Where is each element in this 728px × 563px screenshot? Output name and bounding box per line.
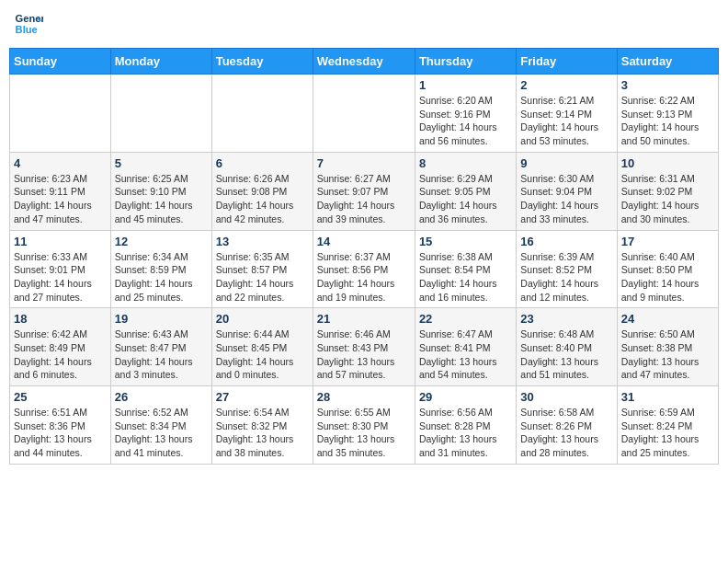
day-info: Sunrise: 6:44 AM Sunset: 8:45 PM Dayligh… [216,327,309,382]
day-number: 11 [14,235,107,248]
day-number: 8 [419,156,512,170]
day-info: Sunrise: 6:51 AM Sunset: 8:36 PM Dayligh… [14,406,107,460]
calendar: SundayMondayTuesdayWednesdayThursdayFrid… [9,48,719,465]
calendar-cell: 6Sunrise: 6:26 AM Sunset: 9:08 PM Daylig… [211,152,313,230]
week-row-5: 25Sunrise: 6:51 AM Sunset: 8:36 PM Dayli… [10,386,719,465]
day-number: 21 [317,312,411,326]
calendar-cell: 9Sunrise: 6:30 AM Sunset: 9:04 PM Daylig… [517,152,617,230]
weekday-header-row: SundayMondayTuesdayWednesdayThursdayFrid… [10,49,719,75]
day-number: 28 [317,390,411,404]
day-number: 17 [621,235,714,248]
day-number: 1 [419,78,512,92]
day-number: 31 [621,390,714,404]
day-number: 19 [115,312,208,326]
day-info: Sunrise: 6:58 AM Sunset: 8:26 PM Dayligh… [520,406,612,460]
day-info: Sunrise: 6:47 AM Sunset: 8:41 PM Dayligh… [419,327,512,382]
calendar-cell: 16Sunrise: 6:39 AM Sunset: 8:52 PM Dayli… [517,230,617,308]
day-number: 14 [317,235,411,248]
day-info: Sunrise: 6:22 AM Sunset: 9:13 PM Dayligh… [621,94,714,148]
calendar-cell: 8Sunrise: 6:29 AM Sunset: 9:05 PM Daylig… [415,152,516,230]
day-info: Sunrise: 6:40 AM Sunset: 8:50 PM Dayligh… [621,250,714,304]
calendar-cell: 14Sunrise: 6:37 AM Sunset: 8:56 PM Dayli… [313,230,415,308]
calendar-cell: 15Sunrise: 6:38 AM Sunset: 8:54 PM Dayli… [415,230,516,308]
calendar-cell: 24Sunrise: 6:50 AM Sunset: 8:38 PM Dayli… [617,308,718,386]
calendar-cell: 5Sunrise: 6:25 AM Sunset: 9:10 PM Daylig… [110,152,211,230]
day-info: Sunrise: 6:21 AM Sunset: 9:14 PM Dayligh… [520,94,612,148]
day-number: 25 [14,390,107,404]
day-info: Sunrise: 6:46 AM Sunset: 8:43 PM Dayligh… [317,327,411,382]
day-info: Sunrise: 6:43 AM Sunset: 8:47 PM Dayligh… [115,327,208,382]
calendar-cell: 26Sunrise: 6:52 AM Sunset: 8:34 PM Dayli… [110,386,211,465]
calendar-cell: 18Sunrise: 6:42 AM Sunset: 8:49 PM Dayli… [10,308,111,386]
calendar-cell: 27Sunrise: 6:54 AM Sunset: 8:32 PM Dayli… [211,386,313,465]
day-info: Sunrise: 6:35 AM Sunset: 8:57 PM Dayligh… [216,250,309,304]
day-info: Sunrise: 6:48 AM Sunset: 8:40 PM Dayligh… [520,327,612,382]
weekday-header-monday: Monday [110,49,211,75]
day-info: Sunrise: 6:26 AM Sunset: 9:08 PM Dayligh… [216,172,309,226]
day-number: 9 [520,156,612,170]
day-number: 26 [115,390,208,404]
day-number: 15 [419,235,512,248]
weekday-header-friday: Friday [517,49,617,75]
day-number: 2 [520,78,612,92]
calendar-cell: 3Sunrise: 6:22 AM Sunset: 9:13 PM Daylig… [617,75,718,153]
calendar-cell: 22Sunrise: 6:47 AM Sunset: 8:41 PM Dayli… [415,308,516,386]
week-row-1: 1Sunrise: 6:20 AM Sunset: 9:16 PM Daylig… [10,75,719,153]
calendar-cell: 12Sunrise: 6:34 AM Sunset: 8:59 PM Dayli… [110,230,211,308]
calendar-cell [110,75,211,153]
day-number: 30 [520,390,612,404]
day-info: Sunrise: 6:25 AM Sunset: 9:10 PM Dayligh… [115,172,208,226]
week-row-3: 11Sunrise: 6:33 AM Sunset: 9:01 PM Dayli… [10,230,719,308]
day-number: 18 [14,312,107,326]
day-info: Sunrise: 6:20 AM Sunset: 9:16 PM Dayligh… [419,94,512,148]
day-info: Sunrise: 6:56 AM Sunset: 8:28 PM Dayligh… [419,406,512,460]
day-number: 24 [621,312,714,326]
day-number: 16 [520,235,612,248]
day-number: 22 [419,312,512,326]
day-info: Sunrise: 6:23 AM Sunset: 9:11 PM Dayligh… [14,172,107,226]
day-number: 3 [621,78,714,92]
page-header: General Blue [9,9,719,39]
calendar-cell: 7Sunrise: 6:27 AM Sunset: 9:07 PM Daylig… [313,152,415,230]
day-number: 7 [317,156,411,170]
calendar-cell: 21Sunrise: 6:46 AM Sunset: 8:43 PM Dayli… [313,308,415,386]
calendar-cell: 10Sunrise: 6:31 AM Sunset: 9:02 PM Dayli… [617,152,718,230]
logo: General Blue [14,9,48,39]
day-info: Sunrise: 6:42 AM Sunset: 8:49 PM Dayligh… [14,327,107,382]
calendar-cell: 17Sunrise: 6:40 AM Sunset: 8:50 PM Dayli… [617,230,718,308]
calendar-cell [10,75,111,153]
calendar-cell: 19Sunrise: 6:43 AM Sunset: 8:47 PM Dayli… [110,308,211,386]
day-info: Sunrise: 6:59 AM Sunset: 8:24 PM Dayligh… [621,406,714,460]
calendar-cell: 20Sunrise: 6:44 AM Sunset: 8:45 PM Dayli… [211,308,313,386]
weekday-header-thursday: Thursday [415,49,516,75]
day-info: Sunrise: 6:34 AM Sunset: 8:59 PM Dayligh… [115,250,208,304]
day-number: 5 [115,156,208,170]
calendar-cell: 2Sunrise: 6:21 AM Sunset: 9:14 PM Daylig… [517,75,617,153]
calendar-cell [211,75,313,153]
day-info: Sunrise: 6:39 AM Sunset: 8:52 PM Dayligh… [520,250,612,304]
day-number: 12 [115,235,208,248]
calendar-cell: 4Sunrise: 6:23 AM Sunset: 9:11 PM Daylig… [10,152,111,230]
calendar-cell: 23Sunrise: 6:48 AM Sunset: 8:40 PM Dayli… [517,308,617,386]
day-info: Sunrise: 6:54 AM Sunset: 8:32 PM Dayligh… [216,406,309,460]
day-info: Sunrise: 6:52 AM Sunset: 8:34 PM Dayligh… [115,406,208,460]
calendar-cell: 11Sunrise: 6:33 AM Sunset: 9:01 PM Dayli… [10,230,111,308]
calendar-cell: 31Sunrise: 6:59 AM Sunset: 8:24 PM Dayli… [617,386,718,465]
logo-icon: General Blue [14,9,43,39]
calendar-cell: 28Sunrise: 6:55 AM Sunset: 8:30 PM Dayli… [313,386,415,465]
weekday-header-saturday: Saturday [617,49,718,75]
weekday-header-wednesday: Wednesday [313,49,415,75]
day-info: Sunrise: 6:50 AM Sunset: 8:38 PM Dayligh… [621,327,714,382]
day-number: 29 [419,390,512,404]
svg-text:Blue: Blue [16,24,38,35]
day-info: Sunrise: 6:37 AM Sunset: 8:56 PM Dayligh… [317,250,411,304]
day-info: Sunrise: 6:55 AM Sunset: 8:30 PM Dayligh… [317,406,411,460]
calendar-cell: 30Sunrise: 6:58 AM Sunset: 8:26 PM Dayli… [517,386,617,465]
day-number: 23 [520,312,612,326]
day-number: 10 [621,156,714,170]
day-number: 27 [216,390,309,404]
day-info: Sunrise: 6:33 AM Sunset: 9:01 PM Dayligh… [14,250,107,304]
week-row-4: 18Sunrise: 6:42 AM Sunset: 8:49 PM Dayli… [10,308,719,386]
day-info: Sunrise: 6:27 AM Sunset: 9:07 PM Dayligh… [317,172,411,226]
week-row-2: 4Sunrise: 6:23 AM Sunset: 9:11 PM Daylig… [10,152,719,230]
